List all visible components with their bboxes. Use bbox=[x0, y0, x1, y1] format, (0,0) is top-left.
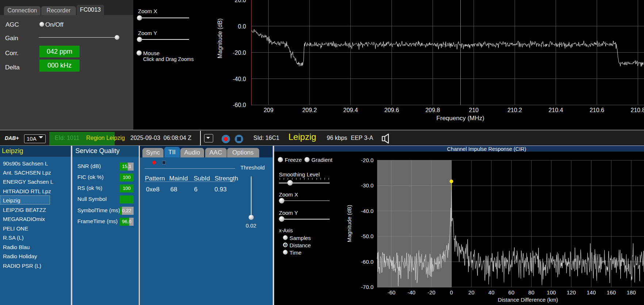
svg-text:210.2: 210.2 bbox=[507, 107, 522, 113]
svg-text:Magnitude (dB): Magnitude (dB) bbox=[346, 205, 352, 243]
svg-text:-60: -60 bbox=[387, 289, 395, 296]
svg-text:180: 180 bbox=[626, 289, 636, 296]
svg-text:80: 80 bbox=[528, 289, 534, 296]
svg-text:160: 160 bbox=[607, 289, 616, 296]
svg-text:209.2: 209.2 bbox=[302, 107, 317, 113]
svg-text:209.6: 209.6 bbox=[384, 107, 399, 113]
svg-text:-30.0: -30.0 bbox=[361, 182, 373, 188]
svg-text:210.8: 210.8 bbox=[630, 107, 644, 113]
svg-text:100: 100 bbox=[547, 289, 556, 296]
svg-text:-60.0: -60.0 bbox=[233, 102, 246, 108]
svg-text:-20: -20 bbox=[428, 289, 436, 296]
svg-text:20: 20 bbox=[468, 289, 475, 296]
svg-text:40: 40 bbox=[488, 289, 495, 296]
svg-text:140: 140 bbox=[587, 289, 596, 296]
svg-text:20.0: 20.0 bbox=[235, 0, 246, 3]
svg-text:Frequency (MHz): Frequency (MHz) bbox=[436, 115, 484, 122]
svg-text:210.4: 210.4 bbox=[548, 107, 563, 113]
svg-text:-20.0: -20.0 bbox=[233, 50, 246, 56]
svg-text:Magnitude (dB): Magnitude (dB) bbox=[217, 18, 223, 58]
svg-text:-50.0: -50.0 bbox=[361, 233, 373, 239]
svg-text:120: 120 bbox=[567, 289, 576, 296]
svg-text:-40: -40 bbox=[407, 289, 415, 296]
svg-text:-70.0: -70.0 bbox=[361, 284, 373, 290]
svg-text:209: 209 bbox=[264, 107, 273, 113]
svg-text:60: 60 bbox=[508, 289, 514, 296]
svg-text:-40.0: -40.0 bbox=[233, 76, 246, 82]
svg-text:Distance Difference (km): Distance Difference (km) bbox=[498, 297, 558, 303]
svg-text:-60.0: -60.0 bbox=[361, 259, 373, 265]
svg-text:-40.0: -40.0 bbox=[361, 208, 373, 214]
svg-text:0: 0 bbox=[450, 289, 453, 296]
svg-text:210.6: 210.6 bbox=[590, 107, 604, 113]
svg-text:209.8: 209.8 bbox=[425, 107, 440, 113]
svg-text:0.0: 0.0 bbox=[238, 23, 246, 30]
svg-text:210: 210 bbox=[469, 107, 479, 113]
svg-text:209.4: 209.4 bbox=[343, 107, 358, 113]
svg-text:-20.0: -20.0 bbox=[361, 157, 373, 163]
